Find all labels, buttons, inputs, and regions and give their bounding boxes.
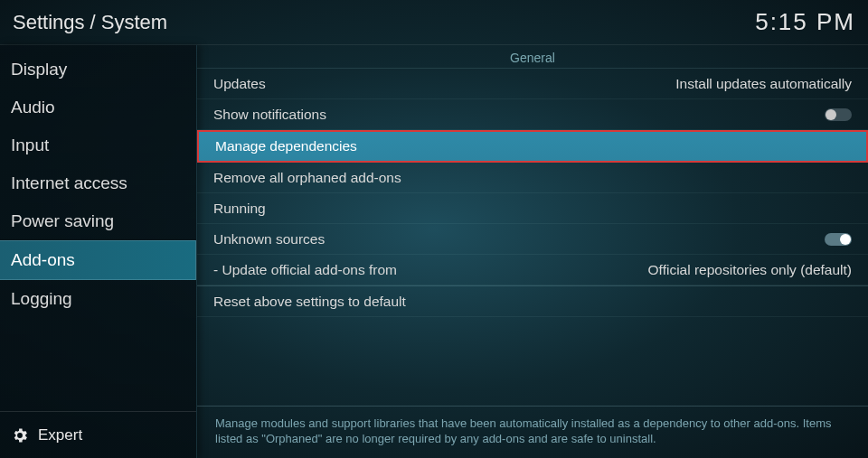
- setting-value: Official repositories only (default): [648, 262, 852, 278]
- toggle-show-notifications[interactable]: [825, 108, 852, 121]
- setting-label: - Update official add-ons from: [213, 262, 397, 278]
- sidebar-item-label: Audio: [11, 98, 55, 117]
- settings-level-button[interactable]: Expert: [0, 411, 196, 458]
- setting-row-running[interactable]: Running: [197, 193, 868, 224]
- sidebar-item-label: Input: [11, 136, 49, 154]
- gear-icon: [11, 426, 29, 444]
- setting-label: Reset above settings to default: [213, 294, 406, 310]
- sidebar-item-label: Internet access: [11, 173, 127, 192]
- sidebar-item-label: Display: [11, 60, 67, 79]
- setting-label: Updates: [213, 76, 266, 92]
- breadcrumb: Settings / System: [13, 11, 167, 34]
- sidebar-item-label: Add-ons: [11, 250, 75, 269]
- setting-row-remove-all-orphaned-add-ons[interactable]: Remove all orphaned add-ons: [197, 163, 868, 193]
- sidebar: DisplayAudioInputInternet accessPower sa…: [0, 45, 197, 458]
- setting-value: Install updates automatically: [675, 76, 852, 92]
- setting-label: Manage dependencies: [215, 138, 357, 154]
- setting-row-reset-above-settings-to-default[interactable]: Reset above settings to default: [197, 286, 868, 317]
- setting-row-update-official-add-ons-from[interactable]: - Update official add-ons fromOfficial r…: [197, 255, 868, 285]
- sidebar-item-power-saving[interactable]: Power saving: [0, 202, 196, 240]
- setting-row-show-notifications[interactable]: Show notifications: [197, 99, 868, 130]
- setting-label: Show notifications: [213, 107, 326, 123]
- setting-label: Remove all orphaned add-ons: [213, 170, 401, 186]
- sidebar-item-display[interactable]: Display: [0, 51, 196, 89]
- sidebar-item-logging[interactable]: Logging: [0, 280, 196, 318]
- sidebar-item-label: Power saving: [11, 211, 114, 230]
- setting-label: Unknown sources: [213, 231, 325, 248]
- sidebar-item-audio[interactable]: Audio: [0, 89, 196, 126]
- sidebar-item-add-ons[interactable]: Add-ons: [0, 240, 196, 280]
- setting-row-unknown-sources[interactable]: Unknown sources: [197, 224, 868, 255]
- clock: 5:15 PM: [755, 8, 855, 36]
- sidebar-item-input[interactable]: Input: [0, 126, 196, 164]
- toggle-unknown-sources[interactable]: [825, 233, 852, 246]
- setting-label: Running: [213, 201, 266, 217]
- settings-level-label: Expert: [38, 426, 82, 444]
- description-footer: Manage modules and support libraries tha…: [197, 406, 868, 458]
- sidebar-item-internet-access[interactable]: Internet access: [0, 164, 196, 202]
- section-header: General: [197, 45, 868, 69]
- sidebar-item-label: Logging: [11, 289, 72, 308]
- setting-row-manage-dependencies[interactable]: Manage dependencies: [197, 130, 868, 163]
- setting-row-updates[interactable]: UpdatesInstall updates automatically: [197, 69, 868, 99]
